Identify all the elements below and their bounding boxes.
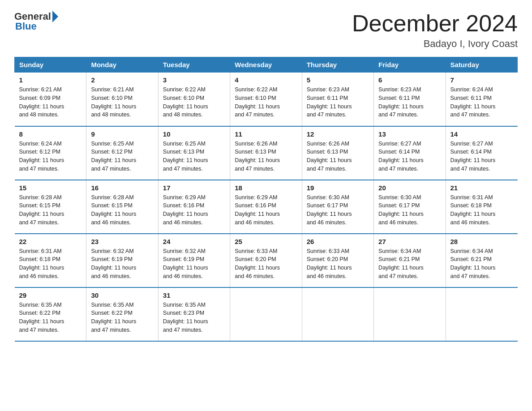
page-header: General Blue December 2024 Badayo I, Ivo… [14, 11, 518, 50]
day-number: 20 [378, 184, 441, 192]
calendar-cell: 25Sunrise: 6:33 AMSunset: 6:20 PMDayligh… [230, 234, 302, 287]
calendar-week-row: 22Sunrise: 6:31 AMSunset: 6:18 PMDayligh… [15, 234, 518, 287]
day-info: Sunrise: 6:26 AMSunset: 6:13 PMDaylight:… [235, 140, 297, 173]
weekday-header-saturday: Saturday [446, 57, 517, 73]
day-info: Sunrise: 6:27 AMSunset: 6:14 PMDaylight:… [450, 140, 513, 173]
day-info: Sunrise: 6:35 AMSunset: 6:22 PMDaylight:… [91, 301, 153, 334]
calendar-week-row: 1Sunrise: 6:21 AMSunset: 6:09 PMDaylight… [15, 73, 518, 126]
calendar-cell: 19Sunrise: 6:30 AMSunset: 6:17 PMDayligh… [302, 180, 373, 234]
calendar-cell: 12Sunrise: 6:26 AMSunset: 6:13 PMDayligh… [302, 126, 373, 180]
calendar-week-row: 15Sunrise: 6:28 AMSunset: 6:15 PMDayligh… [15, 180, 518, 234]
calendar-cell: 10Sunrise: 6:25 AMSunset: 6:13 PMDayligh… [158, 126, 230, 180]
day-number: 25 [235, 238, 297, 245]
day-number: 4 [235, 76, 297, 84]
calendar-cell: 4Sunrise: 6:22 AMSunset: 6:10 PMDaylight… [230, 73, 302, 126]
weekday-header-tuesday: Tuesday [158, 57, 230, 73]
day-info: Sunrise: 6:32 AMSunset: 6:19 PMDaylight:… [91, 247, 153, 281]
location-title: Badayo I, Ivory Coast [352, 38, 518, 50]
day-info: Sunrise: 6:28 AMSunset: 6:15 PMDaylight:… [91, 193, 153, 227]
calendar-cell: 27Sunrise: 6:34 AMSunset: 6:21 PMDayligh… [374, 234, 446, 287]
day-info: Sunrise: 6:34 AMSunset: 6:21 PMDaylight:… [450, 247, 513, 281]
day-number: 3 [163, 76, 225, 84]
day-info: Sunrise: 6:30 AMSunset: 6:17 PMDaylight:… [307, 193, 369, 227]
day-info: Sunrise: 6:33 AMSunset: 6:20 PMDaylight:… [235, 247, 297, 281]
day-number: 14 [450, 130, 513, 138]
calendar-cell: 6Sunrise: 6:23 AMSunset: 6:11 PMDaylight… [374, 73, 446, 126]
calendar-cell: 9Sunrise: 6:25 AMSunset: 6:12 PMDaylight… [86, 126, 158, 180]
calendar-cell: 31Sunrise: 6:35 AMSunset: 6:23 PMDayligh… [158, 287, 230, 341]
weekday-header-wednesday: Wednesday [230, 57, 302, 73]
weekday-header-thursday: Thursday [302, 57, 373, 73]
day-number: 22 [19, 238, 82, 245]
weekday-header-row: SundayMondayTuesdayWednesdayThursdayFrid… [15, 57, 518, 73]
calendar-cell: 2Sunrise: 6:21 AMSunset: 6:10 PMDaylight… [86, 73, 158, 126]
calendar-cell: 11Sunrise: 6:26 AMSunset: 6:13 PMDayligh… [230, 126, 302, 180]
calendar-cell: 17Sunrise: 6:29 AMSunset: 6:16 PMDayligh… [158, 180, 230, 234]
day-info: Sunrise: 6:23 AMSunset: 6:11 PMDaylight:… [307, 86, 369, 119]
day-info: Sunrise: 6:26 AMSunset: 6:13 PMDaylight:… [307, 140, 369, 173]
day-info: Sunrise: 6:31 AMSunset: 6:18 PMDaylight:… [19, 247, 82, 281]
day-number: 8 [19, 130, 82, 138]
day-number: 29 [19, 291, 82, 299]
day-number: 5 [307, 76, 369, 84]
logo: General Blue [14, 11, 58, 32]
day-info: Sunrise: 6:35 AMSunset: 6:22 PMDaylight:… [19, 301, 82, 334]
day-number: 9 [91, 130, 153, 138]
day-info: Sunrise: 6:29 AMSunset: 6:16 PMDaylight:… [163, 193, 225, 227]
calendar-table: SundayMondayTuesdayWednesdayThursdayFrid… [14, 57, 518, 342]
day-number: 21 [450, 184, 513, 192]
day-number: 18 [235, 184, 297, 192]
calendar-cell: 1Sunrise: 6:21 AMSunset: 6:09 PMDaylight… [15, 73, 86, 126]
calendar-cell: 15Sunrise: 6:28 AMSunset: 6:15 PMDayligh… [15, 180, 86, 234]
month-title: December 2024 [352, 11, 518, 36]
day-number: 10 [163, 130, 225, 138]
title-block: December 2024 Badayo I, Ivory Coast [352, 11, 518, 50]
day-info: Sunrise: 6:25 AMSunset: 6:13 PMDaylight:… [163, 140, 225, 173]
day-info: Sunrise: 6:31 AMSunset: 6:18 PMDaylight:… [450, 193, 513, 227]
day-info: Sunrise: 6:27 AMSunset: 6:14 PMDaylight:… [378, 140, 441, 173]
day-info: Sunrise: 6:34 AMSunset: 6:21 PMDaylight:… [378, 247, 441, 281]
calendar-cell: 7Sunrise: 6:24 AMSunset: 6:11 PMDaylight… [446, 73, 517, 126]
day-number: 11 [235, 130, 297, 138]
calendar-cell: 30Sunrise: 6:35 AMSunset: 6:22 PMDayligh… [86, 287, 158, 341]
day-info: Sunrise: 6:25 AMSunset: 6:12 PMDaylight:… [91, 140, 153, 173]
day-number: 16 [91, 184, 153, 192]
day-info: Sunrise: 6:21 AMSunset: 6:10 PMDaylight:… [91, 86, 153, 119]
weekday-header-monday: Monday [86, 57, 158, 73]
weekday-header-friday: Friday [374, 57, 446, 73]
day-number: 31 [163, 291, 225, 299]
calendar-cell: 13Sunrise: 6:27 AMSunset: 6:14 PMDayligh… [374, 126, 446, 180]
day-info: Sunrise: 6:21 AMSunset: 6:09 PMDaylight:… [19, 86, 82, 119]
day-number: 28 [450, 238, 513, 245]
calendar-cell: 20Sunrise: 6:30 AMSunset: 6:17 PMDayligh… [374, 180, 446, 234]
calendar-cell: 16Sunrise: 6:28 AMSunset: 6:15 PMDayligh… [86, 180, 158, 234]
day-number: 1 [19, 76, 82, 84]
day-info: Sunrise: 6:22 AMSunset: 6:10 PMDaylight:… [235, 86, 297, 119]
day-number: 15 [19, 184, 82, 192]
day-info: Sunrise: 6:23 AMSunset: 6:11 PMDaylight:… [378, 86, 441, 119]
day-number: 26 [307, 238, 369, 245]
calendar-cell: 3Sunrise: 6:22 AMSunset: 6:10 PMDaylight… [158, 73, 230, 126]
day-number: 12 [307, 130, 369, 138]
day-number: 27 [378, 238, 441, 245]
calendar-week-row: 29Sunrise: 6:35 AMSunset: 6:22 PMDayligh… [15, 287, 518, 341]
calendar-cell [230, 287, 302, 341]
day-info: Sunrise: 6:24 AMSunset: 6:12 PMDaylight:… [19, 140, 82, 173]
calendar-cell: 21Sunrise: 6:31 AMSunset: 6:18 PMDayligh… [446, 180, 517, 234]
day-number: 30 [91, 291, 153, 299]
day-info: Sunrise: 6:32 AMSunset: 6:19 PMDaylight:… [163, 247, 225, 281]
calendar-cell: 26Sunrise: 6:33 AMSunset: 6:20 PMDayligh… [302, 234, 373, 287]
calendar-week-row: 8Sunrise: 6:24 AMSunset: 6:12 PMDaylight… [15, 126, 518, 180]
calendar-cell: 18Sunrise: 6:29 AMSunset: 6:16 PMDayligh… [230, 180, 302, 234]
day-info: Sunrise: 6:24 AMSunset: 6:11 PMDaylight:… [450, 86, 513, 119]
day-number: 17 [163, 184, 225, 192]
calendar-cell: 14Sunrise: 6:27 AMSunset: 6:14 PMDayligh… [446, 126, 517, 180]
day-number: 13 [378, 130, 441, 138]
day-number: 23 [91, 238, 153, 245]
calendar-cell: 24Sunrise: 6:32 AMSunset: 6:19 PMDayligh… [158, 234, 230, 287]
calendar-cell: 8Sunrise: 6:24 AMSunset: 6:12 PMDaylight… [15, 126, 86, 180]
day-info: Sunrise: 6:29 AMSunset: 6:16 PMDaylight:… [235, 193, 297, 227]
calendar-cell: 28Sunrise: 6:34 AMSunset: 6:21 PMDayligh… [446, 234, 517, 287]
calendar-cell: 22Sunrise: 6:31 AMSunset: 6:18 PMDayligh… [15, 234, 86, 287]
calendar-cell: 29Sunrise: 6:35 AMSunset: 6:22 PMDayligh… [15, 287, 86, 341]
